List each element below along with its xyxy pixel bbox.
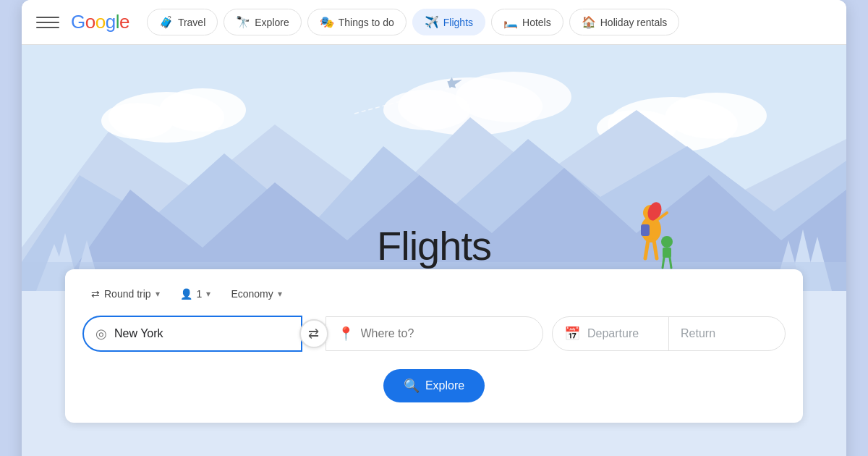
search-card: ⇄ Round trip ▾ 👤 1 ▾ Economy ▾ ◎ <box>65 269 803 423</box>
to-location-icon: 📍 <box>338 326 354 342</box>
cabin-chevron: ▾ <box>278 289 282 299</box>
return-label: Return <box>681 327 715 340</box>
explore-row: 🔍 Explore <box>82 369 786 402</box>
search-icon: 🔍 <box>404 378 420 394</box>
nav-item-things-to-do[interactable]: 🎭 Things to do <box>307 9 407 35</box>
nav-item-flights-label: Flights <box>443 17 473 28</box>
svg-rect-27 <box>641 224 650 236</box>
search-fields-row: ◎ ⇄ 📍 📅 Departure Retur <box>82 316 786 352</box>
from-location-icon: ◎ <box>95 326 107 342</box>
svg-point-6 <box>383 90 470 130</box>
passengers-chevron: ▾ <box>206 289 210 299</box>
departure-label: Departure <box>587 327 639 340</box>
cabin-selector[interactable]: Economy ▾ <box>222 284 290 304</box>
return-field[interactable]: Return <box>669 317 785 350</box>
nav-item-flights[interactable]: ✈️ Flights <box>412 9 485 35</box>
nav-item-holiday-rentals-label: Holiday rentals <box>600 17 668 28</box>
explore-button-label: Explore <box>425 379 464 392</box>
navbar: Google 🧳 Travel 🔭 Explore 🎭 Things to do… <box>22 0 846 45</box>
things-to-do-icon: 🎭 <box>320 15 334 29</box>
swap-button[interactable]: ⇄ <box>299 319 328 348</box>
to-input[interactable] <box>361 327 532 340</box>
nav-item-hotels[interactable]: 🛏️ Hotels <box>491 9 563 35</box>
swap-icon: ⇄ <box>91 288 100 300</box>
cabin-label: Economy <box>231 288 273 300</box>
svg-line-34 <box>670 258 671 268</box>
trip-type-chevron: ▾ <box>156 289 160 299</box>
search-options-row: ⇄ Round trip ▾ 👤 1 ▾ Economy ▾ <box>82 284 786 304</box>
svg-point-8 <box>665 93 767 139</box>
explore-icon: 🔭 <box>236 15 250 29</box>
nav-item-things-to-do-label: Things to do <box>339 17 394 28</box>
nav-item-hotels-label: Hotels <box>522 17 551 28</box>
trip-type-label: Round trip <box>104 288 151 300</box>
date-fields: 📅 Departure Return <box>552 316 786 351</box>
hero-section: Flights <box>22 45 846 291</box>
passenger-icon: 👤 <box>180 288 192 300</box>
passengers-label: 1 <box>197 288 203 300</box>
svg-point-31 <box>661 236 673 248</box>
passengers-selector[interactable]: 👤 1 ▾ <box>171 284 220 304</box>
nav-item-explore[interactable]: 🔭 Explore <box>224 9 301 35</box>
svg-point-3 <box>101 103 174 139</box>
flights-icon: ✈️ <box>425 15 439 29</box>
travel-icon: 🧳 <box>159 15 174 29</box>
from-field[interactable]: ◎ <box>82 316 302 352</box>
svg-rect-32 <box>663 248 671 258</box>
nav-item-travel[interactable]: 🧳 Travel <box>147 9 218 35</box>
hamburger-menu[interactable] <box>36 11 59 34</box>
to-field[interactable]: 📍 <box>326 316 544 351</box>
explore-button[interactable]: 🔍 Explore <box>383 369 485 402</box>
calendar-icon: 📅 <box>564 326 580 342</box>
page-title: Flights <box>377 222 491 269</box>
svg-point-5 <box>456 72 571 122</box>
google-logo: Google <box>71 11 129 33</box>
departure-field[interactable]: 📅 Departure <box>553 317 669 350</box>
nav-item-travel-label: Travel <box>178 17 205 28</box>
nav-item-holiday-rentals[interactable]: 🏠 Holiday rentals <box>569 9 680 35</box>
from-input[interactable] <box>114 327 289 340</box>
holiday-rentals-icon: 🏠 <box>582 15 596 29</box>
trip-type-selector[interactable]: ⇄ Round trip ▾ <box>82 284 169 304</box>
hotels-icon: 🛏️ <box>503 15 518 29</box>
svg-line-33 <box>663 258 664 268</box>
main-window: Google 🧳 Travel 🔭 Explore 🎭 Things to do… <box>22 0 846 456</box>
nav-item-explore-label: Explore <box>255 17 289 28</box>
